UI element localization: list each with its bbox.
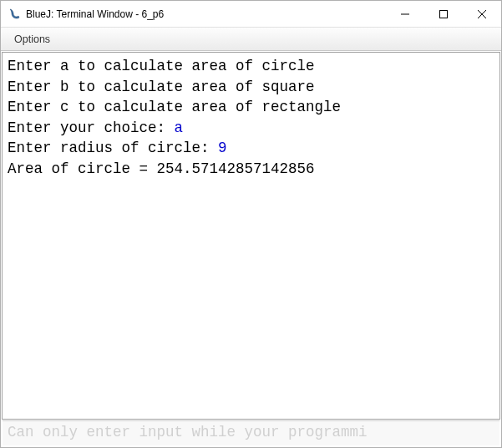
menubar: Options — [1, 28, 501, 51]
terminal-line: Area of circle = 254.57142857142856 — [8, 159, 494, 180]
minimize-button[interactable] — [386, 1, 424, 27]
menu-options[interactable]: Options — [8, 30, 57, 48]
terminal-line: Enter b to calculate area of square — [8, 77, 494, 98]
close-button[interactable] — [463, 1, 501, 27]
terminal-prompt: Enter c to calculate area of rectangle — [8, 99, 341, 115]
terminal-prompt: Enter b to calculate area of square — [8, 79, 315, 95]
window-controls — [386, 1, 501, 27]
terminal-line: Enter a to calculate area of circle — [8, 56, 494, 77]
window-title: BlueJ: Terminal Window - 6_p6 — [26, 8, 386, 20]
svg-rect-1 — [440, 10, 448, 18]
terminal-line: Enter your choice: a — [8, 118, 494, 139]
titlebar: BlueJ: Terminal Window - 6_p6 — [1, 1, 501, 28]
terminal-line: Enter radius of circle: 9 — [8, 138, 494, 159]
terminal-window: BlueJ: Terminal Window - 6_p6 Options En… — [0, 0, 502, 448]
terminal-prompt: Enter radius of circle: — [8, 140, 218, 156]
terminal-user-input: 9 — [218, 140, 227, 156]
terminal-user-input: a — [175, 120, 184, 136]
app-icon — [8, 8, 21, 21]
terminal-line: Enter c to calculate area of rectangle — [8, 97, 494, 118]
terminal-output[interactable]: Enter a to calculate area of circle Ente… — [2, 52, 500, 420]
terminal-input-field: Can only enter input while your programm… — [3, 420, 499, 445]
terminal-prompt: Area of circle = 254.57142857142856 — [8, 160, 315, 177]
maximize-button[interactable] — [424, 1, 463, 27]
terminal-prompt: Enter a to calculate area of circle — [8, 58, 315, 74]
terminal-prompt: Enter your choice: — [8, 120, 175, 136]
